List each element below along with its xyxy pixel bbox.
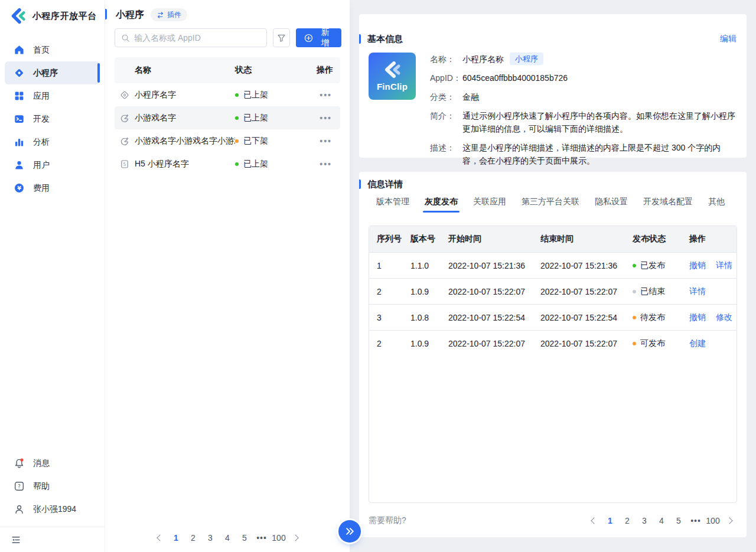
page-button[interactable]: 100 — [706, 514, 720, 528]
status-dot — [235, 162, 239, 166]
list-item[interactable]: 5 H5 小程序名字 已上架 ••• — [115, 152, 340, 175]
page-button[interactable]: 4 — [654, 514, 669, 528]
list-item-selected[interactable]: 小游戏名字 已上架 ••• — [115, 106, 340, 129]
status-dot — [633, 290, 636, 293]
tab-version-management[interactable]: 版本管理 — [376, 197, 409, 213]
plus-circle-icon — [304, 34, 313, 43]
next-page-button[interactable] — [723, 514, 737, 528]
edit-link[interactable]: 编辑 — [720, 34, 737, 44]
tab-thirdparty-platform[interactable]: 第三方平台关联 — [522, 197, 579, 213]
profile-icon — [14, 504, 24, 514]
app-title: 小程序开放平台 — [32, 11, 97, 22]
sidebar-item-miniapp[interactable]: 小程序 — [5, 61, 100, 84]
field-row-description: 描述： 这里是小程序的详细描述，详细描述的内容上限是不超过 300 个字的内容，… — [430, 141, 736, 167]
cell-start-time: 2022-10-07 15:22:54 — [441, 313, 533, 322]
page-button[interactable]: 100 — [272, 531, 286, 545]
list-table-header: 名称 状态 操作 — [115, 57, 340, 83]
collapse-icon — [11, 535, 21, 545]
create-link[interactable]: 创建 — [689, 338, 706, 348]
filter-button[interactable] — [273, 28, 290, 47]
more-pages-button[interactable]: ••• — [689, 514, 703, 528]
field-row-appid: AppID： 6045cea0ffbbb4000185b726 — [430, 71, 736, 84]
users-icon — [14, 160, 24, 170]
column-header-ops: 操作 — [682, 234, 737, 244]
collapse-sidebar-button[interactable] — [0, 527, 105, 552]
status-text: 已上架 — [243, 113, 268, 123]
miniapp-outline-icon — [120, 90, 129, 100]
next-page-button[interactable] — [289, 531, 303, 545]
more-actions-button[interactable]: ••• — [305, 159, 340, 169]
page-button[interactable]: 2 — [620, 514, 634, 528]
field-value: 6045cea0ffbbb4000185b726 — [462, 71, 736, 84]
cell-seq: 1 — [369, 261, 403, 270]
finclip-logo-icon — [9, 8, 27, 24]
need-help-link[interactable]: 需要帮助? — [369, 515, 406, 526]
table-row: 3 1.0.8 2022-10-07 15:22:54 2022-10-07 1… — [369, 304, 737, 330]
status-text: 可发布 — [640, 338, 665, 349]
more-actions-button[interactable]: ••• — [305, 113, 340, 123]
sidebar-item-messages[interactable]: 消息 — [0, 452, 105, 475]
cell-version: 1.0.8 — [403, 313, 441, 322]
sidebar-item-home[interactable]: 首页 — [0, 38, 105, 61]
sidebar-item-label: 费用 — [33, 183, 50, 194]
bell-icon — [14, 458, 24, 468]
revoke-link[interactable]: 撤销 — [689, 260, 706, 270]
cell-version: 1.1.0 — [403, 261, 441, 270]
tab-gray-release[interactable]: 灰度发布 — [425, 197, 458, 213]
revoke-link[interactable]: 撤销 — [689, 312, 706, 322]
panel-title: 小程序 — [116, 9, 144, 21]
search-input[interactable] — [134, 33, 260, 43]
basic-info-title: 基本信息 — [367, 34, 403, 45]
game-icon — [120, 113, 129, 123]
sidebar-item-label: 用户 — [33, 160, 50, 171]
list-item-name: 小游戏名字 — [135, 113, 176, 123]
list-item[interactable]: 小游戏名字小游戏名字小游戏名字 已下架 ••• — [115, 129, 340, 152]
sidebar-item-analytics[interactable]: 分析 — [0, 130, 105, 153]
prev-page-button[interactable] — [586, 514, 600, 528]
plugin-toggle-badge[interactable]: 插件 — [151, 8, 187, 21]
expand-panel-button[interactable] — [338, 520, 361, 543]
status-text: 已上架 — [243, 90, 268, 100]
page-button[interactable]: 5 — [672, 514, 686, 528]
page-button[interactable]: 3 — [203, 531, 217, 545]
status-text: 已下架 — [243, 136, 268, 146]
sidebar-item-dev[interactable]: 开发 — [0, 107, 105, 130]
sidebar-item-users[interactable]: 用户 — [0, 153, 105, 177]
tab-other[interactable]: 其他 — [708, 197, 725, 213]
modify-link[interactable]: 修改 — [716, 312, 732, 322]
tab-dev-domain-config[interactable]: 开发域名配置 — [643, 197, 693, 213]
table-row: 2 1.0.9 2022-10-07 15:22:07 2022-10-07 1… — [369, 330, 737, 356]
page-button[interactable]: 1 — [169, 531, 183, 545]
page-button[interactable]: 3 — [637, 514, 651, 528]
page-button[interactable]: 2 — [186, 531, 200, 545]
cell-end-time: 2022-10-07 15:22:07 — [533, 339, 625, 348]
title-accent-bar — [359, 179, 361, 189]
table-row: 1 1.1.0 2022-10-07 15:21:36 2022-10-07 1… — [369, 252, 737, 278]
page-button[interactable]: 1 — [603, 514, 617, 528]
more-actions-button[interactable]: ••• — [305, 90, 340, 100]
page-button[interactable]: 5 — [237, 531, 252, 545]
list-item[interactable]: 小程序名字 已上架 ••• — [115, 83, 340, 106]
sidebar-item-profile[interactable]: 张小强1994 — [0, 498, 105, 521]
cell-version: 1.0.9 — [403, 287, 441, 296]
more-actions-button[interactable]: ••• — [305, 136, 340, 146]
sidebar-item-label: 应用 — [33, 91, 50, 102]
field-label: 简介： — [430, 109, 462, 135]
sidebar-item-apps[interactable]: 应用 — [0, 84, 105, 107]
tab-linked-apps[interactable]: 关联应用 — [473, 197, 506, 213]
sidebar-item-billing[interactable]: ¥ 费用 — [0, 177, 105, 200]
sidebar-item-help[interactable]: ? 帮助 — [0, 475, 105, 498]
tab-privacy-settings[interactable]: 隐私设置 — [595, 197, 628, 213]
detail-link[interactable]: 详情 — [716, 260, 732, 270]
double-chevron-right-icon — [344, 527, 355, 536]
cell-start-time: 2022-10-07 15:22:07 — [441, 287, 533, 296]
prev-page-button[interactable] — [152, 531, 166, 545]
field-row-category: 分类： 金融 — [430, 90, 736, 103]
add-button[interactable]: 新增 — [296, 28, 341, 47]
sidebar-item-label: 分析 — [33, 137, 50, 148]
detail-link[interactable]: 详情 — [689, 286, 706, 296]
more-pages-button[interactable]: ••• — [255, 531, 269, 545]
table-header-row: 序列号 版本号 开始时间 结束时间 发布状态 操作 — [369, 226, 737, 252]
page-button[interactable]: 4 — [220, 531, 234, 545]
sidebar-item-label: 小程序 — [33, 68, 58, 79]
